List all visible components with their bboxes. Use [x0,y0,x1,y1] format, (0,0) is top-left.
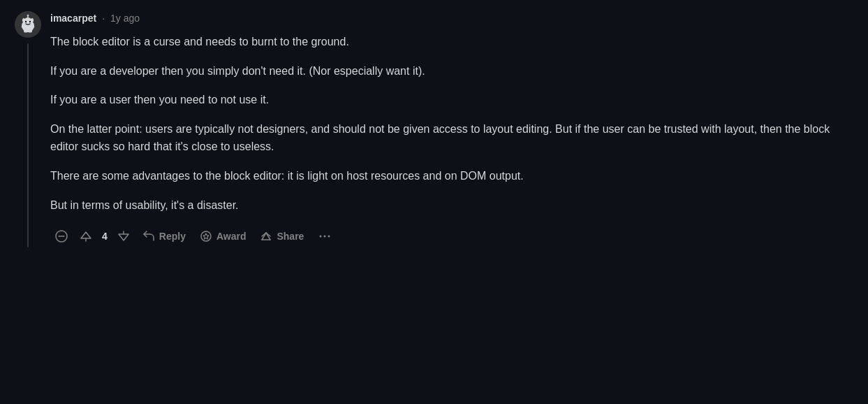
upvote-icon [80,230,92,243]
reply-icon [142,230,155,243]
svg-point-14 [201,231,211,241]
svg-point-4 [25,21,27,22]
vote-count: 4 [99,229,110,244]
paragraph-5: There are some advantages to the block e… [50,167,854,185]
svg-point-16 [324,236,326,238]
paragraph-1: The block editor is a curse and needs to… [50,33,854,51]
timestamp: 1y ago [110,11,140,26]
svg-point-7 [27,15,29,16]
comment-body: The block editor is a curse and needs to… [50,33,854,214]
svg-point-17 [328,236,330,238]
more-options-button[interactable] [312,225,337,247]
downvote-icon [117,230,130,243]
share-label: Share [277,231,304,241]
svg-point-3 [31,18,34,22]
paragraph-6: But in terms of usability, it's a disast… [50,196,854,215]
collapse-button[interactable] [50,225,73,247]
right-column: imacarpet · 1y ago The block editor is a… [50,11,854,247]
award-button[interactable]: Award [194,226,252,247]
share-button[interactable]: Share [254,226,309,247]
paragraph-4: On the latter point: users are typically… [50,120,854,156]
upvote-button[interactable] [75,226,96,247]
svg-point-5 [29,21,31,22]
thread-line [27,43,29,247]
award-icon [200,230,212,243]
username[interactable]: imacarpet [50,11,96,26]
avatar [15,11,41,38]
comment-header: imacarpet · 1y ago [50,11,854,26]
reply-label: Reply [159,231,186,241]
comment-actions: 4 Reply [50,225,854,247]
avatar-icon [18,15,38,34]
more-options-icon [318,229,332,243]
paragraph-2: If you are a developer then you simply d… [50,62,854,80]
svg-point-8 [24,31,28,33]
share-icon [260,230,272,243]
dot-separator: · [102,11,105,26]
svg-point-9 [28,31,32,33]
svg-point-15 [320,236,322,238]
collapse-icon [54,229,68,243]
reply-button[interactable]: Reply [137,226,191,247]
award-label: Award [216,231,247,241]
left-column [14,11,42,247]
svg-point-2 [22,18,25,22]
comment-container: imacarpet · 1y ago The block editor is a… [0,0,868,259]
downvote-button[interactable] [113,226,134,247]
paragraph-3: If you are a user then you need to not u… [50,91,854,109]
